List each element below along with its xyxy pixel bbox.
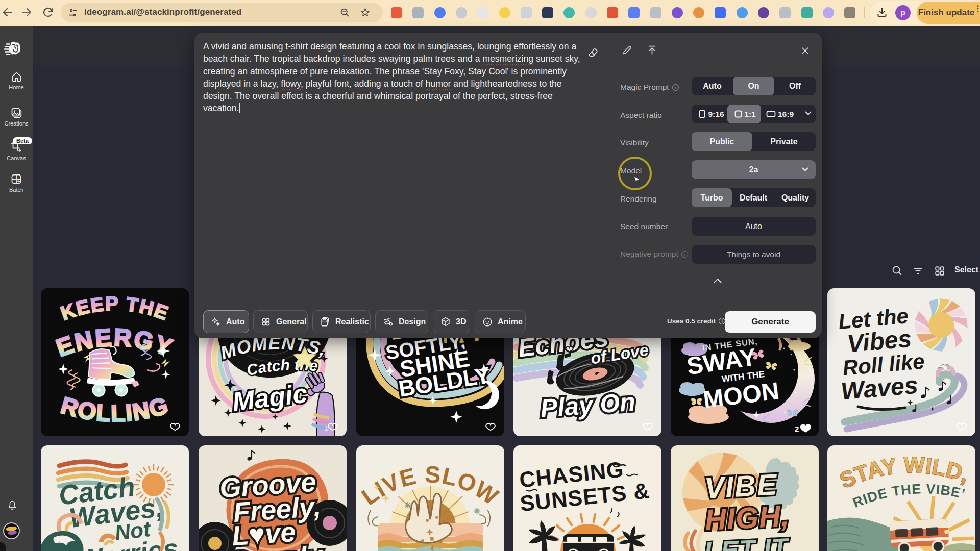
svg-text:Magic: Magic [231, 378, 309, 417]
svg-text:ENERGY: ENERGY [53, 323, 177, 362]
svg-text:HIGH,: HIGH, [704, 498, 790, 536]
svg-text:VIBE: VIBE [703, 467, 778, 504]
svg-text:ROLLING: ROLLING [58, 392, 172, 427]
svg-text:KEEP THE: KEEP THE [58, 293, 172, 324]
svg-text:RIDE THE VIBE’: RIDE THE VIBE’ [850, 481, 967, 511]
svg-text:1: 1 [324, 424, 328, 432]
svg-text:2: 2 [795, 424, 799, 433]
svg-text:Play On: Play On [539, 388, 636, 423]
